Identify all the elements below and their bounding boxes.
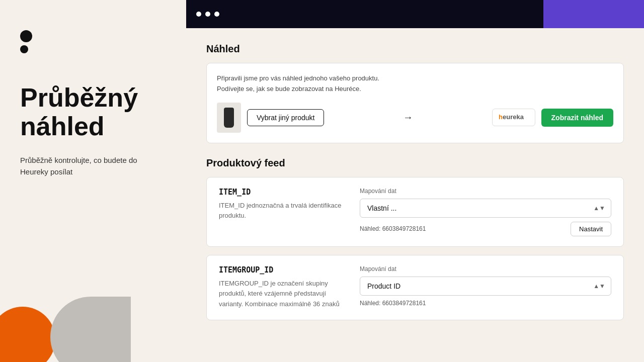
mapping-preview-0: Náhled: 6603849728161 Nastavit — [360, 222, 611, 236]
feed-item-desc-0: ITEM_ID jednoznačná a trvalá identifikac… — [219, 201, 350, 222]
svg-text:eureka: eureka — [503, 113, 524, 121]
feed-item-key-0: ITEM_ID — [219, 188, 350, 197]
feed-item-card-0: ITEM_ID ITEM_ID jednoznačná a trvalá ide… — [206, 177, 624, 247]
sidebar: Průběžný náhled Průběžně kontrolujte, co… — [0, 0, 186, 362]
gray-shape — [50, 297, 131, 362]
feed-item-right-0: Mapování dat Vlastní ... ▲▼ Náhled: 6603… — [360, 188, 611, 236]
content-area: Náhled Připravili jsme pro vás náhled je… — [186, 28, 644, 362]
main-area: Náhled Připravili jsme pro vás náhled je… — [186, 0, 644, 362]
mapping-select-wrapper-0: Vlastní ... ▲▼ — [360, 199, 611, 218]
arrow-icon: → — [330, 112, 486, 123]
top-bar — [186, 0, 644, 28]
feed-item-card-1: ITEMGROUP_ID ITEMGROUP_ID je označení sk… — [206, 255, 624, 320]
nastavit-button-0[interactable]: Nastavit — [571, 222, 611, 236]
select-product-button[interactable]: Vybrat jiný produkt — [247, 109, 324, 126]
feed-item-key-1: ITEMGROUP_ID — [219, 265, 350, 275]
feed-items-container: ITEM_ID ITEM_ID jednoznačná a trvalá ide… — [206, 177, 624, 320]
mapping-preview-1: Náhled: 6603849728161 — [360, 300, 611, 307]
mapping-select-1[interactable]: Product ID — [360, 277, 611, 296]
topbar-accent — [543, 0, 644, 28]
sidebar-title: Průběžný náhled — [20, 83, 166, 141]
product-figure — [224, 108, 234, 128]
feed-item-right-1: Mapování dat Product ID ▲▼ Náhled: 66038… — [360, 265, 611, 307]
mapping-label-1: Mapování dat — [360, 265, 611, 273]
mapping-preview-text-1: Náhled: 6603849728161 — [360, 300, 426, 307]
preview-info-text: Připravili jsme pro vás náhled jednoho v… — [217, 73, 613, 95]
sidebar-description: Průběžně kontrolujte, co budete do Heure… — [20, 155, 166, 177]
preview-info-line1: Připravili jsme pro vás náhled jednoho v… — [217, 74, 379, 82]
feed-item-left-1: ITEMGROUP_ID ITEMGROUP_ID je označení sk… — [219, 265, 350, 310]
sidebar-logo — [20, 30, 166, 53]
product-thumbnail — [217, 103, 241, 133]
preview-info-line2: Podívejte se, jak se bude zobrazovat na … — [217, 85, 361, 93]
mapping-select-wrapper-1: Product ID ▲▼ — [360, 277, 611, 296]
mapping-label-0: Mapování dat — [360, 188, 611, 195]
topbar-dot-2 — [205, 12, 210, 17]
heureka-logo-box: h eureka — [492, 109, 535, 126]
heureka-logo-text: h eureka — [499, 112, 529, 123]
feed-item-desc-1: ITEMGROUP_ID je označení skupiny produkt… — [219, 279, 350, 310]
feed-section-title: Produktový feed — [206, 157, 624, 169]
feed-item-left-0: ITEM_ID ITEM_ID jednoznačná a trvalá ide… — [219, 188, 350, 222]
topbar-dot-3 — [214, 12, 219, 17]
topbar-dot-1 — [196, 12, 201, 17]
show-preview-button[interactable]: Zobrazit náhled — [541, 109, 613, 127]
preview-section-title: Náhled — [206, 43, 624, 55]
preview-card: Připravili jsme pro vás náhled jednoho v… — [206, 63, 624, 143]
mapping-select-0[interactable]: Vlastní ... — [360, 199, 611, 218]
logo-dot-1 — [20, 30, 32, 42]
orange-shape — [0, 307, 55, 362]
svg-text:h: h — [499, 113, 503, 121]
mapping-preview-text-0: Náhled: 6603849728161 — [360, 225, 426, 232]
logo-dot-2 — [20, 45, 28, 53]
preview-actions: Vybrat jiný produkt → h eureka Zobrazit … — [217, 103, 613, 133]
